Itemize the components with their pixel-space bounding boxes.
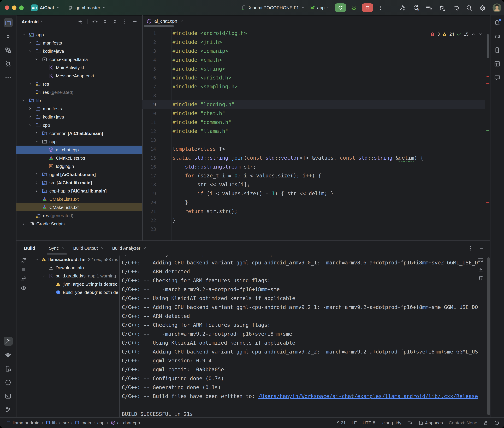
tree-item-manifests[interactable]: manifests — [16, 105, 142, 113]
code-line-5[interactable]: 5#include <string> — [142, 64, 485, 73]
line-separator[interactable]: LF — [351, 420, 357, 425]
build-tab-build-output[interactable]: Build Output — [69, 241, 108, 255]
code-line-22[interactable]: 22} — [142, 216, 485, 224]
code-line-16[interactable]: 16 std::ostringstream str; — [142, 162, 485, 171]
sync-refresh-button[interactable] — [21, 257, 27, 263]
code-line-7[interactable]: 7#include <sampling.h> — [142, 82, 485, 91]
tree-item-ggml[interactable]: ggml [AiChat.lib.main] — [16, 170, 142, 179]
code-line-3[interactable]: 3#include <iomanip> — [142, 46, 485, 55]
build-hammer-icon[interactable] — [399, 4, 406, 11]
branch-widget[interactable]: ggml-master — [68, 0, 106, 16]
problems-tool-icon[interactable] — [4, 378, 13, 387]
editor-scrollbar[interactable] — [487, 34, 489, 58]
device-explorer-tool-icon[interactable] — [4, 364, 13, 373]
chevron-right-icon[interactable] — [28, 82, 32, 86]
tree-item-kotlin-java[interactable]: kotlin+java — [16, 47, 142, 55]
code-area[interactable]: 1#include <android/log.h>2#include <jni.… — [142, 29, 485, 240]
clang-tidy[interactable]: .clang-tidy — [381, 420, 401, 425]
user-avatar[interactable] — [492, 3, 501, 12]
breadcrumb-lib[interactable]: lib — [46, 420, 57, 425]
terminal-tool-icon[interactable] — [4, 392, 13, 400]
select-opened-file-button[interactable] — [92, 19, 98, 24]
stop-button[interactable] — [362, 3, 373, 12]
inspections-widget[interactable]: 3 24 15 — [430, 31, 483, 38]
apply-code-changes-icon[interactable] — [426, 4, 432, 11]
sync-tree-item[interactable]: build.gradle.ktsapp 1 warning — [30, 272, 119, 280]
code-line-10[interactable]: 10#include "chat.h" — [142, 109, 485, 118]
attach-debugger-icon[interactable] — [439, 4, 446, 11]
code-line-17[interactable]: 17 for (size_t i = 0; i < values.size();… — [142, 171, 485, 180]
tree-item-mainactivity-kt[interactable]: MainActivity.kt — [16, 63, 142, 72]
code-line-12[interactable]: 12#include "llama.h" — [142, 127, 485, 135]
formatter-icon[interactable] — [407, 420, 412, 425]
tree-item-com-example-llama[interactable]: com.example.llama — [16, 55, 142, 63]
tree-item-lib[interactable]: lib — [16, 96, 142, 105]
project-tool-icon[interactable] — [4, 18, 13, 27]
tree-item-cpp[interactable]: cpp — [16, 137, 142, 146]
file-encoding[interactable]: UTF-8 — [363, 420, 375, 425]
add-button[interactable] — [77, 19, 83, 24]
code-line-18[interactable]: 18 str << values[i]; — [142, 180, 485, 189]
build-tab-build-analyzer[interactable]: Build Analyzer — [108, 241, 151, 255]
close-tab-icon[interactable] — [61, 247, 65, 250]
build-output-path-link[interactable]: /Users/hanyin/Workspace/ai-chat/examples… — [258, 393, 478, 399]
search-icon[interactable] — [466, 4, 472, 11]
zoom-window-button[interactable] — [19, 6, 24, 10]
caret-position[interactable]: 9:21 — [337, 420, 346, 425]
chevron-right-icon[interactable] — [35, 131, 39, 135]
inspections-widget-icon[interactable] — [494, 420, 499, 425]
chevron-down-icon[interactable] — [35, 258, 39, 262]
sync-tree-item[interactable]: 'jvmTarget: String' is deprec — [30, 280, 119, 288]
chevron-right-icon[interactable] — [22, 222, 26, 226]
tree-item-gradle-scripts[interactable]: Gradle Scripts — [16, 220, 142, 228]
chevron-down-icon[interactable] — [22, 98, 26, 102]
code-line-20[interactable]: 20 } — [142, 198, 485, 207]
collapse-all-button[interactable] — [112, 19, 118, 24]
pin-icon[interactable] — [21, 276, 27, 282]
context[interactable]: Context: None — [449, 420, 477, 425]
next-problem-icon[interactable] — [478, 32, 483, 37]
prev-problem-icon[interactable] — [471, 32, 476, 37]
code-line-23[interactable]: 23 — [142, 224, 485, 233]
error-stripe-mark[interactable] — [486, 76, 489, 77]
ok-stripe-mark[interactable] — [486, 130, 489, 131]
build-tab-sync[interactable]: Sync — [45, 241, 69, 255]
close-tab-icon[interactable] — [143, 247, 147, 250]
sync-tree-item[interactable]: BuildType 'debug' is both de — [30, 288, 119, 297]
scroll-to-end-button[interactable] — [478, 266, 483, 272]
code-line-2[interactable]: 2#include <jni.h> — [142, 38, 485, 46]
breadcrumb-cpp[interactable]: cpp — [97, 420, 104, 425]
tree-item-app[interactable]: app — [16, 31, 142, 39]
project-view-selector[interactable]: Android — [22, 19, 44, 24]
close-tab-icon[interactable] — [101, 247, 104, 250]
build-tool-icon[interactable] — [4, 337, 13, 346]
assistant-tool-icon[interactable] — [493, 73, 502, 82]
tree-item-src[interactable]: src [AiChat.lib.main] — [16, 179, 142, 187]
panel-options-icon[interactable] — [122, 19, 128, 24]
close-window-button[interactable] — [5, 6, 9, 10]
chevron-down-icon[interactable] — [35, 57, 39, 61]
chevron-down-icon[interactable] — [35, 140, 39, 144]
minimize-window-button[interactable] — [12, 6, 17, 10]
breadcrumb-main[interactable]: main — [75, 420, 91, 425]
tree-item-logging-h[interactable]: Hlogging.h — [16, 162, 142, 170]
debug-button[interactable] — [351, 4, 358, 11]
chevron-down-icon[interactable] — [22, 33, 26, 37]
expand-all-button[interactable] — [102, 19, 108, 24]
breadcrumb-ai-chat-cpp[interactable]: Cai_chat.cpp — [111, 420, 140, 425]
tree-item-messageadapter-kt[interactable]: MessageAdapter.kt — [16, 72, 142, 80]
device-selector[interactable]: Xiaomi POCOPHONE F1 — [241, 5, 305, 10]
view-options-icon[interactable] — [21, 285, 27, 291]
run-configuration-selector[interactable]: app — [309, 5, 330, 11]
structure-tool-icon[interactable] — [4, 46, 13, 54]
commit-tool-icon[interactable] — [4, 32, 13, 41]
chevron-right-icon[interactable] — [35, 181, 39, 185]
chevron-down-icon[interactable] — [28, 49, 32, 53]
chevron-right-icon[interactable] — [35, 189, 39, 193]
gradle-sync-icon[interactable] — [452, 4, 459, 11]
tree-item-ai-chat-cpp[interactable]: Cai_chat.cpp — [16, 146, 142, 154]
project-widget[interactable]: AC AiChat — [31, 0, 60, 16]
pull-requests-tool-icon[interactable] — [4, 59, 13, 68]
hide-build-panel-button[interactable] — [479, 246, 484, 251]
console-scrollbar[interactable] — [487, 257, 490, 415]
